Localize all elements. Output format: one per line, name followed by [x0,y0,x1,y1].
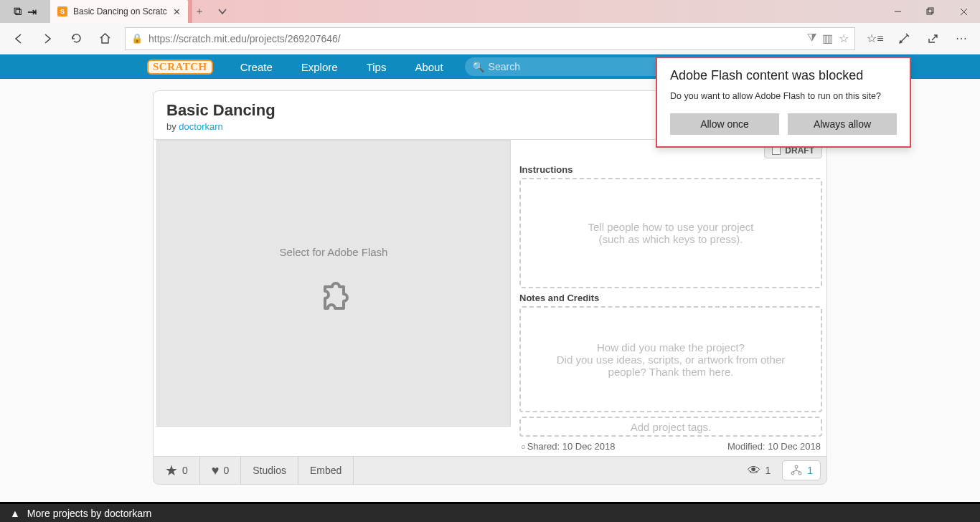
nav-about[interactable]: About [400,54,457,79]
puzzle-piece-icon [311,275,357,321]
window-titlebar: ⧉ ⇥ S Basic Dancing on Scratc ✕ ＋ [0,0,980,23]
instructions-textarea[interactable]: Tell people how to use your project (suc… [519,178,822,288]
always-allow-button[interactable]: Always allow [788,113,897,135]
author-link[interactable]: doctorkarn [179,121,222,132]
instructions-label: Instructions [519,164,822,175]
reading-view-icon[interactable]: ▥ [822,32,833,45]
remix-tree-icon [790,464,803,477]
nav-create[interactable]: Create [226,54,287,79]
draft-checkbox[interactable] [772,146,781,155]
scratch-favicon: S [57,6,67,16]
browser-toolbar: 🔒 https://scratch.mit.edu/projects/26920… [0,23,980,54]
window-controls [881,0,980,23]
studios-button[interactable]: Studios [241,456,298,485]
set-aside-tabs-icon[interactable]: ⇥ [27,5,37,19]
notes-label: Notes and Credits [519,293,822,303]
popup-title: Adobe Flash content was blocked [670,68,897,83]
new-tab-button[interactable]: ＋ [188,0,211,23]
flash-stage-text: Select for Adobe Flash [280,246,388,258]
recent-tabs-icon[interactable]: ⧉ [14,5,22,18]
maximize-button[interactable] [914,0,947,23]
forward-button[interactable] [34,26,60,52]
svg-point-6 [791,472,794,475]
project-action-bar: ★0 ♥0 Studios Embed 👁1 1 [153,456,827,485]
star-icon: ★ [165,462,178,479]
chevron-up-icon: ▲ [10,508,20,519]
tab-dropdown-button[interactable] [211,0,234,23]
favorite-button[interactable]: ★0 [154,456,200,485]
svg-rect-1 [927,9,932,14]
lock-icon: 🔒 [131,33,143,44]
svg-point-7 [798,472,801,475]
heart-icon: ♥ [212,463,220,478]
remix-button[interactable]: 1 [782,460,821,480]
eye-icon: 👁 [748,463,760,478]
search-icon: 🔍 [472,61,484,72]
back-button[interactable] [6,26,32,52]
refresh-button[interactable] [63,26,89,52]
more-button[interactable]: ⋯ [948,26,974,52]
url-text: https://scratch.mit.edu/projects/2692076… [149,33,801,44]
flash-blocked-popup: Adobe Flash content was blocked Do you w… [656,57,911,148]
address-bar[interactable]: 🔒 https://scratch.mit.edu/projects/26920… [125,27,855,50]
notes-button[interactable] [891,26,917,52]
tab-title: Basic Dancing on Scratc [73,6,167,16]
favorite-icon[interactable]: ☆ [839,32,849,45]
minimize-button[interactable] [881,0,914,23]
more-projects-bar[interactable]: ▲ More projects by doctorkarn [0,502,980,522]
globe-icon: ○ [521,442,526,451]
nav-explore[interactable]: Explore [287,54,352,79]
favorites-list-button[interactable]: ☆≡ [862,26,888,52]
project-meta: ○Shared: 10 Dec 2018 Modified: 10 Dec 20… [519,437,822,456]
embed-button[interactable]: Embed [298,456,354,485]
close-tab-icon[interactable]: ✕ [173,6,181,17]
svg-rect-2 [928,8,933,13]
love-button[interactable]: ♥0 [200,456,241,485]
notes-textarea[interactable]: How did you make the project? Did you us… [519,306,822,412]
svg-point-5 [795,465,798,468]
scratch-logo[interactable]: SCRATCH [147,60,213,75]
tab-actions: ⧉ ⇥ [0,0,50,23]
share-button[interactable] [920,26,946,52]
home-button[interactable] [92,26,118,52]
views-count: 👁1 [736,456,782,485]
extension-icon[interactable]: ⧩ [807,32,816,45]
nav-tips[interactable]: Tips [352,54,401,79]
browser-tab[interactable]: S Basic Dancing on Scratc ✕ [50,0,188,23]
tags-input[interactable]: Add project tags. [519,417,822,437]
popup-body: Do you want to allow Adobe Flash to run … [670,90,897,103]
close-window-button[interactable] [947,0,980,23]
flash-stage[interactable]: Select for Adobe Flash [156,140,511,427]
allow-once-button[interactable]: Allow once [670,113,779,135]
address-bar-actions: ⧩ ▥ ☆ [807,32,849,45]
